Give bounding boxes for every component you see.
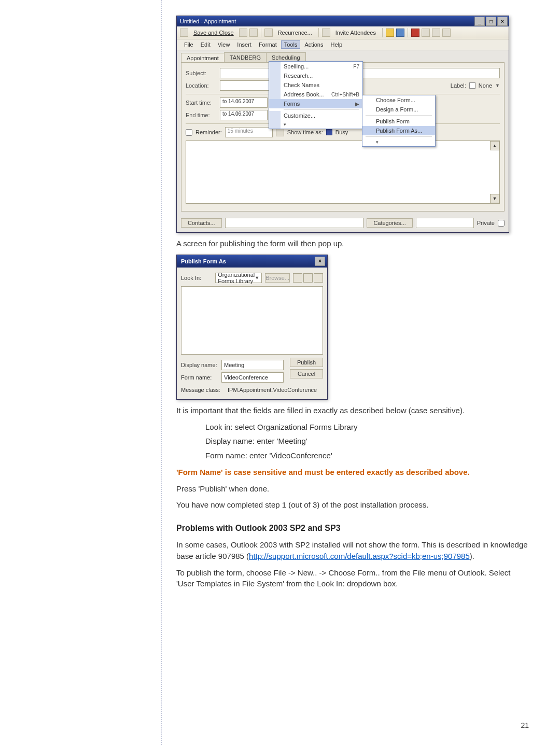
tools-customize[interactable]: Customize... xyxy=(269,111,362,120)
next-icon[interactable] xyxy=(432,29,440,37)
busy-color-swatch xyxy=(326,129,332,135)
view-list-icon[interactable] xyxy=(293,273,302,283)
publish-form-dialog: Publish Form As × Look In: Organizationa… xyxy=(176,255,328,400)
tools-dropdown: Spelling... F7 Research... Check Names A… xyxy=(269,61,363,129)
print-icon[interactable] xyxy=(239,29,247,37)
forms-expand[interactable]: ▾ xyxy=(362,138,435,146)
invite-icon xyxy=(322,29,330,37)
invite-attendees-button[interactable]: Invite Attendees xyxy=(332,29,379,37)
submenu-arrow-icon: ▶ xyxy=(355,101,359,107)
recurrence-icon xyxy=(264,29,273,37)
delete-icon[interactable] xyxy=(411,29,419,37)
tools-forms[interactable]: Forms ▶ xyxy=(269,99,362,108)
browse-button[interactable]: Browse... xyxy=(265,273,290,283)
display-name-label: Display name: xyxy=(181,362,218,368)
publish-button[interactable]: Publish xyxy=(290,358,323,367)
end-date-input[interactable]: to 14.06.2007 xyxy=(220,110,268,120)
label-color-swatch xyxy=(469,82,475,89)
scroll-down-button[interactable]: ▼ xyxy=(490,194,499,203)
form-name-label: Form name: xyxy=(181,374,218,381)
forms-design-form[interactable]: Design a Form... xyxy=(362,105,435,114)
p-completed-step: You have now completed step 1 (out of 3)… xyxy=(176,499,529,511)
forms-publish-form-as[interactable]: Publish Form As... xyxy=(362,126,435,135)
menu-view[interactable]: View xyxy=(215,40,233,49)
label-value: None xyxy=(479,82,492,89)
show-time-as-label: Show time as: xyxy=(287,129,323,135)
window-minimize-button[interactable]: _ xyxy=(474,17,485,26)
message-class-label: Message class: xyxy=(181,387,225,393)
tools-research[interactable]: Research... xyxy=(269,71,362,80)
tools-address-book[interactable]: Address Book... Ctrl+Shift+B xyxy=(269,90,362,99)
tab-strip: Appointment TANDBERG Scheduling xyxy=(177,50,509,62)
menu-format[interactable]: Format xyxy=(256,40,280,49)
left-dotted-rule xyxy=(161,0,162,745)
forms-publish-form[interactable]: Publish Form xyxy=(362,117,435,126)
importance-high-icon[interactable] xyxy=(386,29,394,37)
tools-spelling[interactable]: Spelling... F7 xyxy=(269,62,362,71)
reminder-checkbox[interactable] xyxy=(186,129,192,136)
start-time-label: Start time: xyxy=(186,100,217,106)
look-in-dropdown[interactable]: Organizational Forms Library ▼ xyxy=(215,273,262,283)
dialog-close-button[interactable]: × xyxy=(315,257,325,266)
tools-check-names[interactable]: Check Names xyxy=(269,80,362,90)
reminder-sound-icon[interactable] xyxy=(276,128,284,136)
window-maximize-button[interactable]: □ xyxy=(486,17,496,26)
tab-appointment[interactable]: Appointment xyxy=(181,53,225,63)
window-close-button[interactable]: × xyxy=(497,17,508,26)
p-kb-article: In some cases, Outlook 2003 with SP2 ins… xyxy=(176,539,529,562)
p-warning: 'Form Name' is case sensitive and must b… xyxy=(176,467,529,478)
cancel-button[interactable]: Cancel xyxy=(290,369,323,378)
save-icon xyxy=(180,29,188,37)
contacts-button[interactable]: Contacts... xyxy=(181,218,222,228)
importance-low-icon[interactable] xyxy=(396,29,404,37)
scroll-up-button[interactable]: ▲ xyxy=(490,141,499,150)
message-class-value: IPM.Appointment.VideoConference xyxy=(228,387,317,393)
tools-spelling-shortcut: F7 xyxy=(353,64,359,69)
forms-listbox[interactable] xyxy=(181,286,323,355)
section-heading-problems: Problems with Outlook 2003 SP2 and SP3 xyxy=(176,522,529,534)
tools-expand[interactable]: ▾ xyxy=(269,120,362,129)
page-number: 21 xyxy=(521,721,529,729)
help-icon[interactable] xyxy=(442,29,451,37)
display-name-input[interactable]: Meeting xyxy=(221,360,284,370)
prev-icon[interactable] xyxy=(422,29,430,37)
show-time-as-value: Busy xyxy=(335,129,348,135)
appointment-window: Untitled - Appointment _ □ × Save and Cl… xyxy=(176,16,509,233)
notes-textarea[interactable]: ▲ ▼ xyxy=(186,140,500,204)
start-date-input[interactable]: to 14.06.2007 xyxy=(220,97,268,108)
menu-help[interactable]: Help xyxy=(327,40,345,49)
tab-tandberg[interactable]: TANDBERG xyxy=(224,52,267,62)
contacts-field[interactable] xyxy=(225,218,364,228)
form-name-input[interactable]: VideoConference xyxy=(221,372,284,383)
label-label: Label: xyxy=(451,82,466,89)
menu-insert[interactable]: Insert xyxy=(234,40,255,49)
reminder-label: Reminder: xyxy=(195,129,222,135)
menu-file[interactable]: File xyxy=(181,40,197,49)
look-in-label: Look In: xyxy=(181,275,212,281)
view-details-icon[interactable] xyxy=(303,273,313,283)
categories-field[interactable] xyxy=(416,218,474,228)
label-dropdown-icon[interactable]: ▼ xyxy=(495,83,500,88)
document-body: It is important that the fields are fill… xyxy=(176,405,529,589)
private-checkbox[interactable] xyxy=(498,220,505,227)
save-and-close-button[interactable]: Save and Close xyxy=(190,29,237,37)
kb-link[interactable]: http://support.microsoft.com/default.asp… xyxy=(249,552,470,560)
menu-edit[interactable]: Edit xyxy=(198,40,214,49)
p-important: It is important that the fields are fill… xyxy=(176,405,529,416)
attach-icon[interactable] xyxy=(249,29,258,37)
dialog-titlebar: Publish Form As × xyxy=(177,255,327,268)
window-titlebar: Untitled - Appointment _ □ × xyxy=(177,16,509,26)
recurrence-button[interactable]: Recurrence... xyxy=(275,29,315,37)
menubar: File Edit View Insert Format Tools Actio… xyxy=(177,39,509,50)
forms-submenu: Choose Form... Design a Form... Publish … xyxy=(362,95,436,147)
forms-choose-form[interactable]: Choose Form... xyxy=(362,95,435,105)
menu-tools[interactable]: Tools xyxy=(281,40,301,49)
reminder-value-input[interactable]: 15 minutes xyxy=(225,127,273,137)
private-label: Private xyxy=(477,220,495,226)
categories-button[interactable]: Categories... xyxy=(367,218,412,228)
menu-actions[interactable]: Actions xyxy=(301,40,326,49)
caption-1: A screen for publishing the form will th… xyxy=(176,238,529,249)
view-preview-icon[interactable] xyxy=(314,273,323,283)
li-displayname: Display name: enter 'Meeting' xyxy=(205,435,529,447)
p-publish-form-instructions: To publish the form, choose File -> New.… xyxy=(176,567,529,590)
